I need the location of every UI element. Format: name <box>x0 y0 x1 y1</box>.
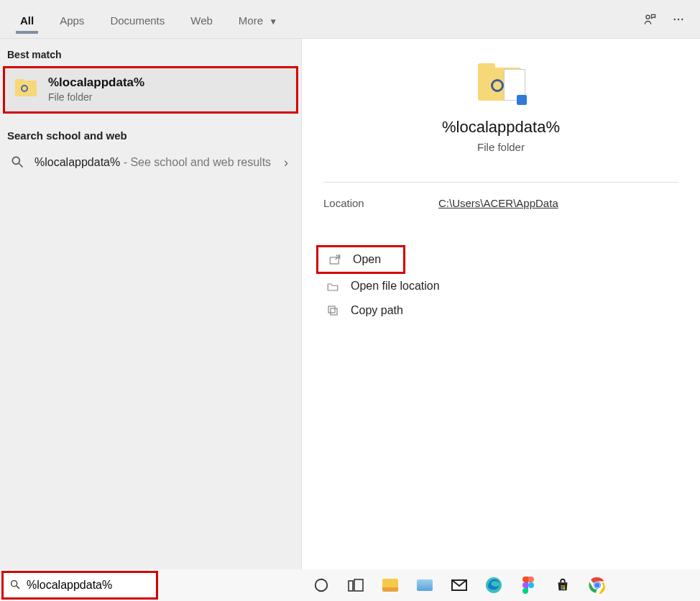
taskbar <box>302 569 700 601</box>
svg-rect-12 <box>349 581 353 591</box>
detail-panel: %localappdata% File folder Location C:\U… <box>302 39 700 569</box>
best-match-title: %localappdata% <box>48 75 144 90</box>
chevron-down-icon: ▼ <box>269 17 277 27</box>
tab-more[interactable]: More ▼ <box>226 4 290 34</box>
svg-rect-18 <box>561 587 563 589</box>
web-result-suffix: - See school and web results <box>120 156 271 168</box>
chrome-icon[interactable] <box>588 576 607 595</box>
mail-icon[interactable] <box>450 576 469 595</box>
svg-point-4 <box>12 157 19 164</box>
edge-icon[interactable] <box>484 576 503 595</box>
chevron-right-icon[interactable]: › <box>281 155 291 170</box>
best-match-subtitle: File folder <box>48 91 144 103</box>
svg-point-11 <box>316 579 328 592</box>
svg-point-2 <box>678 18 679 19</box>
action-open-file-location-label: Open file location <box>351 280 440 293</box>
svg-point-0 <box>646 15 650 19</box>
web-search-result[interactable]: %localappdata% - See school and web resu… <box>0 147 301 178</box>
folder-icon <box>14 78 40 101</box>
results-panel: Best match %localappdata% File folder Se… <box>0 39 302 569</box>
svg-rect-19 <box>563 587 565 589</box>
cortana-icon[interactable] <box>312 576 331 595</box>
search-tabs: All Apps Documents Web More ▼ <box>0 0 700 39</box>
svg-point-1 <box>674 18 676 19</box>
tab-apps[interactable]: Apps <box>47 4 97 34</box>
action-copy-path-label: Copy path <box>351 304 403 317</box>
app-icon-1[interactable] <box>415 576 434 595</box>
svg-line-10 <box>17 586 19 589</box>
feedback-icon[interactable] <box>635 5 664 34</box>
action-copy-path[interactable]: Copy path <box>316 298 686 323</box>
file-explorer-icon[interactable] <box>381 576 400 595</box>
folder-outline-icon <box>325 280 341 293</box>
action-open-file-location[interactable]: Open file location <box>316 274 686 298</box>
detail-subtitle: File folder <box>477 141 525 153</box>
more-options-icon[interactable] <box>664 5 693 34</box>
svg-rect-6 <box>330 257 339 264</box>
folder-large-icon <box>475 60 527 105</box>
tab-web[interactable]: Web <box>178 4 226 34</box>
search-icon <box>9 579 21 592</box>
svg-point-15 <box>528 582 534 588</box>
location-row: Location C:\Users\ACER\AppData <box>302 197 700 209</box>
svg-rect-17 <box>563 585 565 587</box>
tab-documents[interactable]: Documents <box>97 4 178 34</box>
action-open-label: Open <box>353 253 381 266</box>
open-icon <box>327 253 343 266</box>
divider <box>323 182 678 183</box>
detail-title: %localappdata% <box>442 118 560 137</box>
svg-rect-7 <box>331 308 337 315</box>
web-result-prefix: %localappdata% <box>34 156 120 168</box>
best-match-result[interactable]: %localappdata% File folder <box>3 66 298 114</box>
svg-rect-13 <box>354 579 363 591</box>
search-box[interactable] <box>1 571 158 600</box>
tab-more-label: More <box>239 14 263 27</box>
svg-line-5 <box>19 164 23 168</box>
svg-rect-16 <box>561 585 563 587</box>
svg-point-3 <box>681 18 683 19</box>
figma-icon[interactable] <box>519 576 538 595</box>
search-input[interactable] <box>27 579 170 592</box>
location-label: Location <box>323 197 438 209</box>
best-match-label: Best match <box>0 39 301 66</box>
bottom-bar <box>0 569 700 601</box>
store-icon[interactable] <box>553 576 572 595</box>
tab-all[interactable]: All <box>7 4 47 34</box>
svg-point-9 <box>11 581 17 587</box>
web-result-text: %localappdata% - See school and web resu… <box>34 156 281 169</box>
copy-icon <box>325 304 341 317</box>
svg-rect-8 <box>328 306 335 313</box>
task-view-icon[interactable] <box>346 576 365 595</box>
action-open[interactable]: Open <box>316 245 405 274</box>
search-web-label: Search school and web <box>0 114 301 147</box>
svg-point-23 <box>595 583 600 588</box>
search-icon <box>10 155 26 170</box>
location-value[interactable]: C:\Users\ACER\AppData <box>438 197 558 209</box>
